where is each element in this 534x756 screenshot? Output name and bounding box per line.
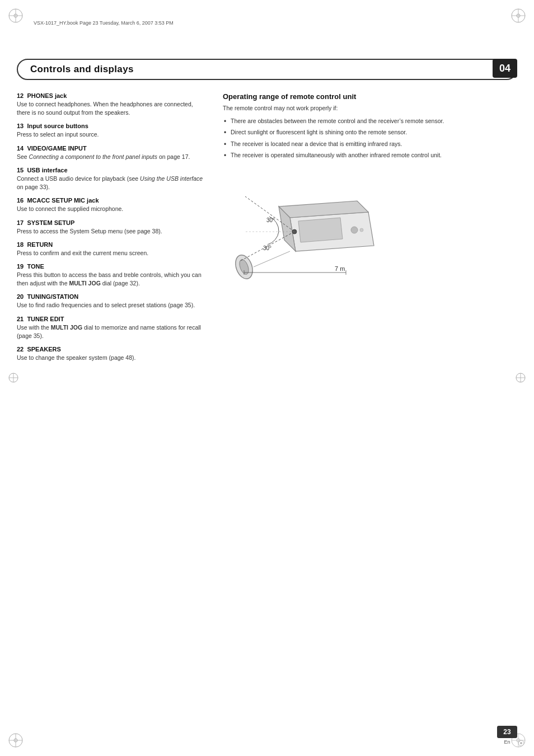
page-number-box: 23	[497, 726, 517, 738]
corner-mark-tr	[510, 8, 526, 24]
bullet-list: There are obstacles between the remote c…	[223, 117, 517, 159]
section-15-title: 15 USB interface	[17, 167, 207, 173]
list-item: The receiver is operated simultaneously …	[223, 151, 517, 159]
section-19-body: Press this button to access the bass and…	[17, 271, 207, 288]
section-21: 21 TUNER EDIT Use with the MULTI JOG dia…	[17, 316, 207, 340]
section-21-title: 21 TUNER EDIT	[17, 316, 207, 322]
section-12-title: 12 PHONES jack	[17, 92, 207, 99]
svg-marker-29	[298, 218, 343, 242]
section-17: 17 SYSTEM SETUP Press to access the Syst…	[17, 219, 207, 236]
corner-mark-tl	[8, 8, 24, 24]
svg-line-38	[254, 251, 290, 267]
section-12: 12 PHONES jack Use to connect headphones…	[17, 92, 207, 117]
list-item: The receiver is located near a device th…	[223, 140, 517, 148]
section-14: 14 VIDEO/GAME INPUT See Connecting a com…	[17, 145, 207, 161]
section-19-title: 19 TONE	[17, 263, 207, 270]
right-intro: The remote control may not work properly…	[223, 104, 517, 112]
svg-text:7 m: 7 m	[335, 265, 345, 272]
section-18: 18 RETURN Press to confirm and exit the …	[17, 241, 207, 257]
section-16-title: 16 MCACC SETUP MIC jack	[17, 197, 207, 204]
left-column: 12 PHONES jack Use to connect headphones…	[17, 92, 207, 722]
list-item: Direct sunlight or fluorescent light is …	[223, 128, 517, 137]
section-19: 19 TONE Press this button to access the …	[17, 263, 207, 288]
right-column: Operating range of remote control unit T…	[223, 92, 517, 722]
svg-point-30	[351, 227, 358, 233]
svg-point-17	[520, 742, 522, 744]
page-number-area: 23 En	[497, 726, 517, 745]
header-banner: Controls and displays 04	[17, 59, 517, 80]
section-13-title: 13 Input source buttons	[17, 123, 207, 129]
section-16-body: Use to connect the supplied microphone.	[17, 205, 207, 213]
remote-range-diagram: 30° 30° 7 m	[223, 167, 391, 285]
file-info: VSX-1017_HY.book Page 23 Tuesday, March …	[34, 20, 174, 26]
section-15-body: Connect a USB audio device for playback …	[17, 175, 207, 191]
section-13-body: Press to select an input source.	[17, 130, 207, 139]
page-lang: En	[497, 739, 517, 745]
list-item: There are obstacles between the remote c…	[223, 117, 517, 125]
section-13: 13 Input source buttons Press to select …	[17, 123, 207, 139]
section-16: 16 MCACC SETUP MIC jack Use to connect t…	[17, 197, 207, 213]
section-22-body: Use to change the speaker system (page 4…	[17, 354, 207, 362]
section-22: 22 SPEAKERS Use to change the speaker sy…	[17, 346, 207, 362]
chapter-badge: 04	[493, 59, 517, 78]
right-section-heading: Operating range of remote control unit	[223, 92, 517, 101]
section-14-title: 14 VIDEO/GAME INPUT	[17, 145, 207, 152]
section-20-body: Use to find radio frequencies and to sel…	[17, 301, 207, 309]
section-21-body: Use with the MULTI JOG dial to memorize …	[17, 323, 207, 340]
section-14-body: See Connecting a component to the front …	[17, 153, 207, 161]
main-content: 12 PHONES jack Use to connect headphones…	[17, 92, 517, 722]
svg-text:30°: 30°	[266, 217, 275, 223]
section-18-body: Press to confirm and exit the current me…	[17, 249, 207, 257]
section-20: 20 TUNING/STATION Use to find radio freq…	[17, 293, 207, 309]
section-20-title: 20 TUNING/STATION	[17, 293, 207, 300]
corner-mark-bl	[8, 732, 24, 748]
svg-point-31	[360, 228, 363, 232]
section-18-title: 18 RETURN	[17, 241, 207, 248]
section-17-title: 17 SYSTEM SETUP	[17, 219, 207, 226]
svg-text:30°: 30°	[263, 245, 271, 251]
section-15: 15 USB interface Connect a USB audio dev…	[17, 167, 207, 191]
section-22-title: 22 SPEAKERS	[17, 346, 207, 353]
section-12-body: Use to connect headphones. When the head…	[17, 100, 207, 117]
receiver-diagram: 30° 30° 7 m	[223, 167, 391, 279]
page-title: Controls and displays	[30, 64, 134, 75]
section-17-body: Press to access the System Setup menu (s…	[17, 227, 207, 236]
